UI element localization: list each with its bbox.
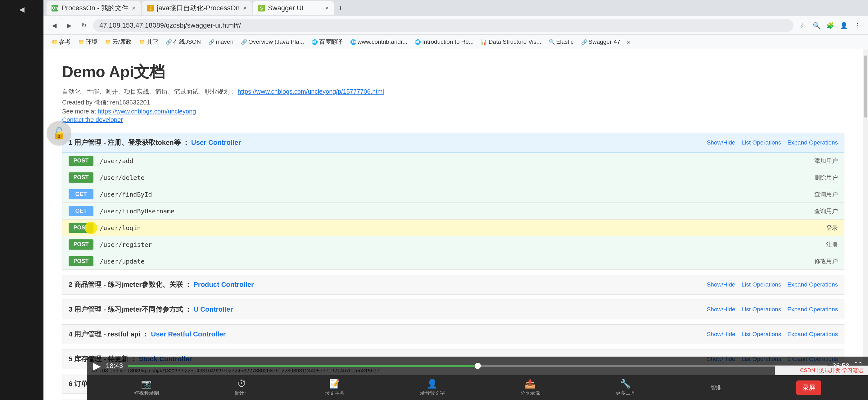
tab-swagger[interactable]: S Swagger UI ✕ — [253, 1, 334, 15]
extension-icon[interactable]: 🧩 — [825, 20, 836, 31]
ai-label: 智排 — [711, 385, 721, 391]
address-input[interactable] — [93, 19, 794, 32]
endpoint-path: /user/add — [100, 157, 808, 165]
method-badge-post-4: POST — [69, 239, 93, 249]
bookmark-qita[interactable]: 📁 其它 — [136, 37, 161, 47]
bookmark-yunce[interactable]: 📁 云/席政 — [102, 37, 135, 47]
expand-operations-btn-4[interactable]: Expand Operations — [787, 331, 838, 338]
list-operations-btn-4[interactable]: List Operations — [742, 331, 781, 338]
show-hide-btn-2[interactable]: Show/Hide — [707, 281, 736, 288]
bookmark-canxao[interactable]: 📁 参考 — [49, 37, 74, 47]
toolbar-caption[interactable]: 📝 录文字幕 — [325, 378, 345, 397]
bookmark-huanjing[interactable]: 📁 环境 — [75, 37, 101, 47]
section-title-1: 1 用户管理 - 注册、登录获取token等 ： User Controller — [69, 138, 707, 147]
list-operations-btn-1[interactable]: List Operations — [742, 139, 781, 146]
search-icon[interactable]: 🔍 — [811, 20, 822, 31]
section-actions-1: Show/Hide List Operations Expand Operati… — [707, 139, 838, 146]
toolbar-countdown[interactable]: ⏱ 倒计时 — [235, 378, 249, 397]
endpoint-user-findbyusername[interactable]: GET /user/findByUsername 查询用户 — [62, 203, 844, 220]
bookmark-swagger47[interactable]: 🔗 Swagger-47 — [578, 37, 623, 46]
current-time: 18:43 — [106, 362, 123, 370]
record-button[interactable]: 录屏 — [796, 380, 821, 395]
bookmark-overview[interactable]: 🔗 Overview (Java Pla... — [238, 37, 307, 46]
toolbar-more[interactable]: 🔧 更多工具 — [616, 378, 636, 397]
menu-icon[interactable]: ⋮ — [852, 20, 863, 31]
link-icon-7: 📊 — [481, 39, 487, 45]
section-header-2[interactable]: 2 商品管理 - 练习jmeter参数化、关联 ： Product Contro… — [62, 275, 844, 295]
endpoint-user-delete[interactable]: POST /user/delete 删除用户 — [62, 169, 844, 186]
endpoints-container-1: POST /user/add 添加用户 POST /user/delete 删除… — [62, 153, 844, 270]
list-operations-btn-2[interactable]: List Operations — [742, 281, 781, 288]
back-button[interactable]: ◀ — [49, 20, 60, 31]
section-cn-title-1: 用户管理 - 注册、登录获取token等 — [74, 139, 180, 146]
progress-bar[interactable] — [128, 365, 827, 367]
bookmark-maven[interactable]: 🔗 maven — [205, 37, 237, 46]
bookmark-baidu[interactable]: 🌐 百度翻译 — [309, 37, 346, 47]
api-section-2: 2 商品管理 - 练习jmeter参数化、关联 ： Product Contro… — [62, 275, 844, 295]
expand-operations-btn-3[interactable]: Expand Operations — [787, 306, 838, 313]
progress-thumb[interactable] — [475, 363, 481, 369]
show-hide-btn-3[interactable]: Show/Hide — [707, 306, 736, 313]
show-hide-btn-4[interactable]: Show/Hide — [707, 331, 736, 338]
bookmark-label-2: 环境 — [86, 38, 97, 46]
see-more-link[interactable]: https://www.cnblogs.com/uncleyong — [98, 108, 196, 115]
forward-button[interactable]: ▶ — [63, 20, 74, 31]
refresh-button[interactable]: ↻ — [78, 20, 89, 31]
bookmark-datastructure[interactable]: 📊 Data Structure Vis... — [478, 37, 545, 46]
section-header-3[interactable]: 3 用户管理 - 练习jmeter不同传参方式 ： U Controller S… — [62, 300, 844, 320]
tab-close-swagger[interactable]: ✕ — [325, 5, 329, 11]
bookmark-json[interactable]: 🔗 在线JSON — [163, 37, 204, 47]
list-operations-btn-3[interactable]: List Operations — [742, 306, 781, 313]
contact-developer-link[interactable]: Contact the developer — [62, 116, 844, 124]
show-hide-btn-1[interactable]: Show/Hide — [707, 139, 736, 146]
expand-operations-btn-2[interactable]: Expand Operations — [787, 281, 838, 288]
section-header-4[interactable]: 4 用户管理 - restful api ： User Restful Cont… — [62, 324, 844, 344]
bookmark-label-12: Elastic — [556, 38, 574, 45]
section-en-title-1: User Controller — [191, 139, 241, 146]
api-section-3: 3 用户管理 - 练习jmeter不同传参方式 ： U Controller S… — [62, 300, 844, 320]
endpoint-path-2: /user/delete — [100, 174, 808, 181]
bookmark-elastic[interactable]: 🔍 Elastic — [546, 37, 577, 46]
api-section-1: 1 用户管理 - 注册、登录获取token等 ： User Controller… — [62, 133, 844, 270]
csdn-bar: CSDN | 测试开发·学习笔记 — [775, 366, 868, 375]
tab-processon[interactable]: On ProcessOn - 我的文件 ✕ — [46, 1, 141, 15]
bookmarks-more-button[interactable]: » — [625, 37, 633, 47]
folder-icon: 📁 — [52, 39, 58, 45]
scrollbar-thumb[interactable] — [864, 56, 867, 118]
tab-close-processon[interactable]: ✕ — [132, 5, 136, 11]
bookmark-label-5: 在线JSON — [173, 38, 201, 46]
bookmarks-bar: 📁 参考 📁 环境 📁 云/席政 📁 其它 🔗 在线JSON 🔗 maven 🔗… — [43, 35, 868, 49]
tab-close-java[interactable]: ✕ — [243, 5, 247, 11]
play-button[interactable]: ▶ — [93, 360, 101, 372]
tab-java[interactable]: J java接口自动化-ProcessOn ✕ — [142, 1, 252, 15]
endpoint-user-update[interactable]: POST /user/update 修改用户 — [62, 253, 844, 269]
page-title: Demo Api文档 — [62, 62, 844, 82]
bookmark-icon[interactable]: ☆ — [797, 20, 808, 31]
bookmark-intro[interactable]: 🌐 Introduction to Re... — [412, 37, 477, 46]
endpoint-user-findbyid[interactable]: GET /user/findById 查询用户 — [62, 186, 844, 203]
bookmark-label-3: 云/席政 — [113, 38, 132, 46]
toolbar-share[interactable]: 📤 分享录像 — [520, 378, 540, 397]
subtitle-link[interactable]: https://www.cnblogs.com/uncleyong/p/1577… — [238, 88, 384, 95]
toolbar-short-video[interactable]: 📷 短视频录制 — [134, 378, 159, 397]
folder-icon-3: 📁 — [105, 39, 111, 45]
scrollbar[interactable] — [863, 49, 868, 400]
caption-label: 录文字幕 — [325, 390, 345, 397]
endpoint-user-register[interactable]: POST /user/register 注册 — [62, 236, 844, 253]
section-actions-2: Show/Hide List Operations Expand Operati… — [707, 281, 838, 288]
bookmark-label-10: Introduction to Re... — [422, 38, 474, 45]
endpoint-desc-5: 登录 — [826, 224, 838, 232]
expand-operations-btn-1[interactable]: Expand Operations — [787, 139, 838, 146]
profile-icon[interactable]: 👤 — [838, 20, 849, 31]
endpoint-user-login[interactable]: POST /user/login 登录 — [62, 220, 844, 236]
section-header-1[interactable]: 1 用户管理 - 注册、登录获取token等 ： User Controller… — [62, 133, 844, 153]
toolbar-ai[interactable]: 智排 — [711, 385, 721, 391]
endpoint-user-add[interactable]: POST /user/add 添加用户 — [62, 153, 844, 169]
bookmark-contrib[interactable]: 🌐 www.contrib.andr... — [347, 37, 411, 46]
link-icon-8: 🔍 — [549, 39, 555, 45]
toolbar-voice[interactable]: 👤 录音转文字 — [420, 378, 445, 397]
countdown-icon: ⏱ — [238, 378, 246, 389]
new-tab-button[interactable]: + — [335, 2, 346, 14]
left-panel-btn[interactable]: ◀ — [0, 3, 43, 16]
endpoint-path-5: /user/login — [100, 224, 820, 232]
